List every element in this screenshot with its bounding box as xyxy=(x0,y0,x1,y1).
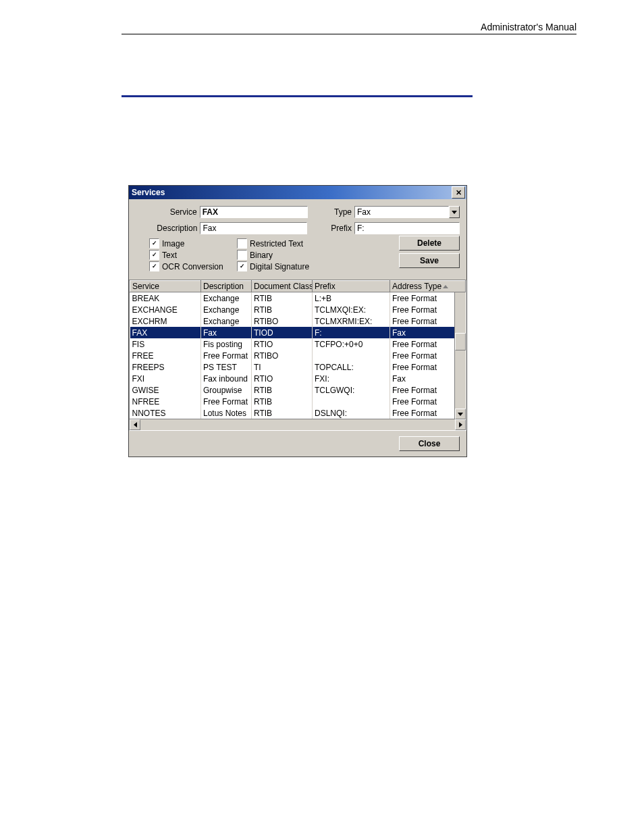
table-cell: FAX xyxy=(130,327,201,338)
table-cell: FXI xyxy=(130,373,201,384)
scroll-left-icon[interactable] xyxy=(130,419,140,430)
table-row[interactable]: FREEFree FormatRTIBOFree Format xyxy=(130,350,466,361)
table-cell: Fax xyxy=(201,327,252,338)
table-row[interactable]: FREEPSPS TESTTITOPCALL:Free Format xyxy=(130,361,466,373)
column-header[interactable]: Document Class xyxy=(252,281,313,292)
checkbox-icon[interactable]: ✓ xyxy=(149,238,159,249)
table-cell: BREAK xyxy=(130,292,201,305)
checkbox-icon[interactable] xyxy=(237,238,247,249)
type-label: Type xyxy=(319,207,354,217)
service-label: Service xyxy=(136,207,200,217)
table-cell: EXCHANGE xyxy=(130,304,201,315)
checkbox-label: Image xyxy=(162,239,184,249)
table-cell: Free Format xyxy=(201,396,252,407)
table-row[interactable]: GWISEGroupwiseRTIBTCLGWQI:Free Format xyxy=(130,384,466,396)
prefix-label: Prefix xyxy=(318,224,354,233)
delete-button[interactable]: Delete xyxy=(399,236,460,251)
checkbox-icon[interactable] xyxy=(237,250,247,260)
table-cell: FREE xyxy=(130,350,201,361)
checkbox-restricted[interactable]: Restricted Text xyxy=(237,238,338,249)
checkbox-label: Text xyxy=(162,251,177,260)
table-cell: RTIB xyxy=(252,304,313,315)
column-header[interactable]: Address Type xyxy=(390,281,466,292)
save-button[interactable]: Save xyxy=(399,253,460,268)
description-field[interactable] xyxy=(200,222,307,234)
table-cell: Lotus Notes xyxy=(201,407,252,419)
checkbox-ocr[interactable]: ✓OCR Conversion xyxy=(149,261,237,271)
table-cell: F: xyxy=(313,327,390,338)
table-cell: NNOTES xyxy=(130,407,201,419)
table-cell: DSLNQI: xyxy=(313,407,390,419)
service-field[interactable] xyxy=(200,206,308,218)
services-grid[interactable]: ServiceDescriptionDocument ClassPrefixAd… xyxy=(129,280,466,431)
close-icon[interactable]: ✕ xyxy=(452,186,465,199)
table-cell: Free Format xyxy=(201,350,252,361)
page-header: Administrator's Manual xyxy=(122,22,576,34)
table-cell: RTIBO xyxy=(252,350,313,361)
checkbox-icon[interactable]: ✓ xyxy=(149,250,159,260)
table-cell: TIOD xyxy=(252,327,313,338)
table-cell: TCLMXRMI:EX: xyxy=(313,315,390,327)
checkbox-label: Restricted Text xyxy=(250,239,303,249)
dialog-title: Services xyxy=(132,188,165,197)
scroll-thumb[interactable] xyxy=(455,333,466,350)
table-cell: TOPCALL: xyxy=(313,361,390,373)
type-field[interactable] xyxy=(354,206,449,218)
chevron-down-icon[interactable] xyxy=(449,206,460,218)
horizontal-scrollbar[interactable] xyxy=(130,419,466,430)
table-cell: Exchange xyxy=(201,292,252,305)
table-cell: NFREE xyxy=(130,396,201,407)
table-cell: Fis posting xyxy=(201,338,252,350)
table-row[interactable]: FISFis postingRTIOTCFPO:+0+0Free Format xyxy=(130,338,466,350)
checkbox-icon[interactable]: ✓ xyxy=(237,261,247,271)
vertical-scrollbar[interactable] xyxy=(454,292,466,419)
checkbox-icon[interactable]: ✓ xyxy=(149,261,159,271)
description-label: Description xyxy=(136,224,200,233)
column-header[interactable]: Service xyxy=(130,281,201,292)
table-cell: RTIB xyxy=(252,384,313,396)
table-cell: GWISE xyxy=(130,384,201,396)
table-row[interactable]: NFREEFree FormatRTIBFree Format xyxy=(130,396,466,407)
scroll-right-icon[interactable] xyxy=(455,419,466,430)
table-cell: FIS xyxy=(130,338,201,350)
table-cell: Exchange xyxy=(201,315,252,327)
column-header[interactable]: Description xyxy=(201,281,252,292)
close-button[interactable]: Close xyxy=(399,436,460,451)
table-cell: TI xyxy=(252,361,313,373)
table-cell: Exchange xyxy=(201,304,252,315)
title-bar: Services ✕ xyxy=(129,186,466,199)
table-cell: Fax inbound xyxy=(201,373,252,384)
checkbox-label: OCR Conversion xyxy=(162,262,223,271)
checkbox-binary[interactable]: Binary xyxy=(237,250,338,260)
services-dialog: Services ✕ Service Type Description Pref… xyxy=(128,185,467,457)
table-row[interactable]: NNOTESLotus NotesRTIBDSLNQI:Free Format xyxy=(130,407,466,419)
table-cell xyxy=(313,396,390,407)
checkbox-label: Binary xyxy=(250,251,273,260)
checkbox-image[interactable]: ✓Image xyxy=(149,238,237,249)
table-cell: FXI: xyxy=(313,373,390,384)
table-cell: RTIO xyxy=(252,373,313,384)
table-cell xyxy=(313,350,390,361)
prefix-field[interactable] xyxy=(354,222,460,234)
table-row[interactable]: EXCHANGEExchangeRTIBTCLMXQI:EX:Free Form… xyxy=(130,304,466,315)
table-row[interactable]: EXCHRMExchangeRTIBOTCLMXRMI:EX:Free Form… xyxy=(130,315,466,327)
table-cell: EXCHRM xyxy=(130,315,201,327)
table-cell: PS TEST xyxy=(201,361,252,373)
table-cell: RTIB xyxy=(252,407,313,419)
checkbox-label: Digital Signature xyxy=(250,262,309,271)
table-cell: L:+B xyxy=(313,292,390,305)
table-cell: TCLGWQI: xyxy=(313,384,390,396)
section-divider xyxy=(122,95,473,97)
checkbox-digsig[interactable]: ✓Digital Signature xyxy=(237,261,338,271)
scroll-down-icon[interactable] xyxy=(455,409,466,419)
table-row[interactable]: FXIFax inboundRTIOFXI:Fax xyxy=(130,373,466,384)
table-cell: FREEPS xyxy=(130,361,201,373)
table-cell: TCLMXQI:EX: xyxy=(313,304,390,315)
table-row[interactable]: BREAKExchangeRTIBL:+BFree Format xyxy=(130,292,466,305)
table-cell: RTIB xyxy=(252,396,313,407)
checkbox-text[interactable]: ✓Text xyxy=(149,250,237,260)
column-header[interactable]: Prefix xyxy=(313,281,390,292)
type-dropdown[interactable] xyxy=(354,206,460,218)
table-cell: RTIO xyxy=(252,338,313,350)
table-row[interactable]: FAXFaxTIODF:Fax xyxy=(130,327,466,338)
